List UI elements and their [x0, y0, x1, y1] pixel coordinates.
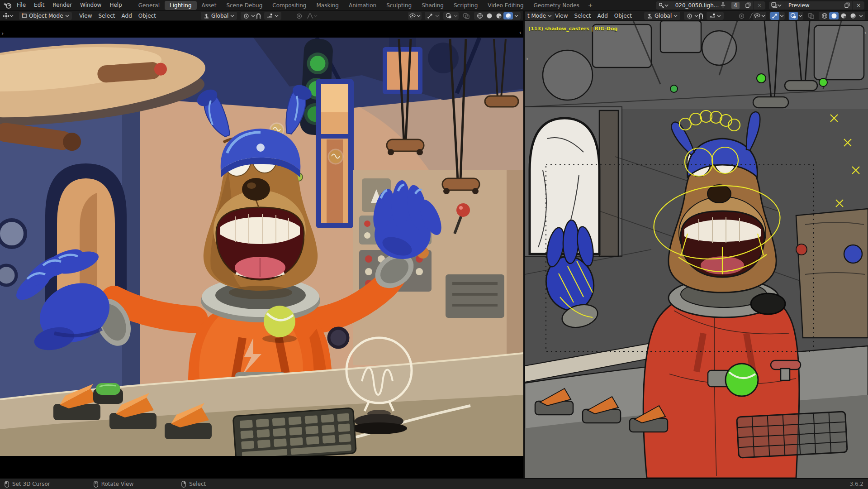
- add-menu[interactable]: Add: [119, 12, 135, 20]
- toolbar-toggle-arrow[interactable]: ›: [526, 56, 528, 62]
- rendered-shading-icon: [505, 13, 512, 19]
- workspace-tab-shading[interactable]: Shading: [417, 1, 449, 10]
- snap-controls: [254, 12, 281, 20]
- gizmos-toggle[interactable]: [770, 12, 779, 20]
- gizmo-icon: [427, 13, 433, 19]
- view-layer-browse-button[interactable]: [769, 1, 784, 10]
- visibility-dropdown[interactable]: [753, 12, 766, 20]
- shading-wireframe-button[interactable]: [475, 12, 484, 19]
- scene-new-button[interactable]: [743, 1, 754, 10]
- falloff-curve-icon: [307, 13, 313, 19]
- active-object-info: (113) shadow_casters | RIG-Dog: [528, 26, 617, 32]
- overlays-toggle[interactable]: [789, 12, 798, 20]
- scene-browse-button[interactable]: [656, 1, 671, 10]
- left-mouse-icon: [5, 481, 9, 488]
- proportional-editing-toggle[interactable]: [295, 12, 304, 20]
- orientation-dropdown[interactable]: Global: [201, 12, 237, 20]
- pivot-icon: [687, 13, 693, 19]
- mode-dropdown-clipped[interactable]: t Mode: [525, 12, 555, 20]
- scene-icon: [658, 2, 664, 9]
- viewport-right-header: t Mode View Select Add Object Global: [525, 11, 868, 21]
- duplicate-icon: [745, 2, 751, 8]
- view-menu[interactable]: View: [76, 12, 95, 20]
- view-layer-name-field[interactable]: Preview: [784, 1, 842, 10]
- workspace-tab-geometry-nodes[interactable]: Geometry Nodes: [529, 1, 584, 10]
- proportional-icon: [296, 13, 302, 19]
- close-icon: ×: [756, 2, 763, 9]
- shading-rendered-button[interactable]: [503, 12, 513, 19]
- shading-material-button[interactable]: [494, 12, 503, 19]
- workspace-tab-asset[interactable]: Asset: [197, 1, 222, 10]
- scene-name-field[interactable]: 020_0050.ligh...: [671, 1, 729, 10]
- select-menu[interactable]: Select: [95, 12, 118, 20]
- gizmos-toggle[interactable]: [426, 12, 435, 20]
- blender-logo-icon[interactable]: [3, 1, 13, 10]
- eye-icon: [409, 13, 416, 19]
- rendered-scene-illustration: [0, 21, 523, 478]
- object-menu[interactable]: Object: [135, 12, 159, 20]
- viewport-right-menus: View Select Add Object: [552, 12, 635, 20]
- shading-solid-button[interactable]: [829, 12, 839, 19]
- shading-rendered-button[interactable]: [848, 12, 858, 19]
- viewport-left-canvas[interactable]: › ‹: [0, 21, 523, 478]
- right-mouse-icon: [181, 481, 186, 488]
- workspace-tab-lighting[interactable]: Lighting: [165, 1, 197, 10]
- orientation-dropdown[interactable]: Global: [644, 12, 680, 20]
- mode-dropdown[interactable]: Object Mode: [19, 12, 72, 20]
- add-menu[interactable]: Add: [594, 12, 611, 20]
- scene-unlink-button[interactable]: ×: [754, 1, 765, 10]
- menu-file[interactable]: File: [13, 0, 30, 10]
- shading-solid-button[interactable]: [484, 12, 494, 19]
- menu-window[interactable]: Window: [76, 0, 105, 10]
- sidebar-toggle-arrow[interactable]: ‹: [519, 30, 522, 35]
- eye-icon: [754, 13, 761, 19]
- menu-render[interactable]: Render: [48, 0, 76, 10]
- overlays-toggle[interactable]: [444, 12, 453, 20]
- viewport-right-canvas[interactable]: (113) shadow_casters | RIG-Dog › ‹: [525, 21, 868, 478]
- shading-wireframe-button[interactable]: [820, 12, 829, 19]
- toolbar-toggle-arrow[interactable]: ›: [1, 31, 4, 36]
- snap-with-dropdown[interactable]: [264, 12, 281, 20]
- orientation-icon: [647, 13, 653, 19]
- view-layer-new-button[interactable]: [842, 1, 853, 10]
- menu-edit[interactable]: Edit: [30, 0, 48, 10]
- scene-users-badge[interactable]: 4: [728, 1, 743, 10]
- view-layer-remove-button[interactable]: ×: [853, 1, 864, 10]
- solid-shading-icon: [831, 13, 837, 19]
- magnet-icon: [698, 13, 704, 19]
- snap-toggle[interactable]: [254, 12, 263, 20]
- object-menu[interactable]: Object: [611, 12, 635, 20]
- falloff-dropdown[interactable]: [305, 12, 319, 20]
- workspace-tab-general[interactable]: General: [133, 1, 165, 10]
- material-shading-icon: [496, 13, 502, 19]
- workspace-tab-scripting[interactable]: Scripting: [449, 1, 483, 10]
- workspace-tab-video-editing[interactable]: Video Editing: [483, 1, 528, 10]
- workspace-tab-scene-debug[interactable]: Scene Debug: [221, 1, 267, 10]
- wireframe-shading-icon: [477, 13, 483, 19]
- sidebar-toggle-arrow[interactable]: ‹: [864, 30, 867, 35]
- snap-with-dropdown[interactable]: [707, 12, 724, 20]
- select-menu[interactable]: Select: [571, 12, 594, 20]
- xray-icon: [808, 13, 814, 19]
- workspace-tab-sculpting[interactable]: Sculpting: [381, 1, 417, 10]
- workspace-tab-masking[interactable]: Masking: [311, 1, 343, 10]
- xray-toggle[interactable]: [462, 12, 471, 20]
- editor-type-button[interactable]: [3, 12, 14, 20]
- add-workspace-button[interactable]: +: [584, 1, 597, 10]
- view-menu[interactable]: View: [552, 12, 571, 20]
- proportional-editing-toggle[interactable]: [737, 12, 746, 20]
- snap-toggle[interactable]: [697, 12, 705, 20]
- xray-toggle[interactable]: [806, 12, 816, 20]
- menu-help[interactable]: Help: [105, 0, 126, 10]
- shading-material-button[interactable]: [839, 12, 848, 19]
- pin-icon[interactable]: [721, 2, 726, 8]
- workspace-tab-animation[interactable]: Animation: [344, 1, 381, 10]
- workspace-tab-compositing[interactable]: Compositing: [267, 1, 311, 10]
- proportional-icon: [739, 13, 745, 19]
- middle-mouse-icon: [94, 481, 98, 488]
- rendered-shading-icon: [850, 13, 856, 19]
- visibility-dropdown[interactable]: [408, 12, 422, 20]
- gizmos-group: [769, 12, 785, 20]
- snap-controls: [697, 12, 724, 20]
- viewport-left-menus: View Select Add Object: [76, 12, 159, 20]
